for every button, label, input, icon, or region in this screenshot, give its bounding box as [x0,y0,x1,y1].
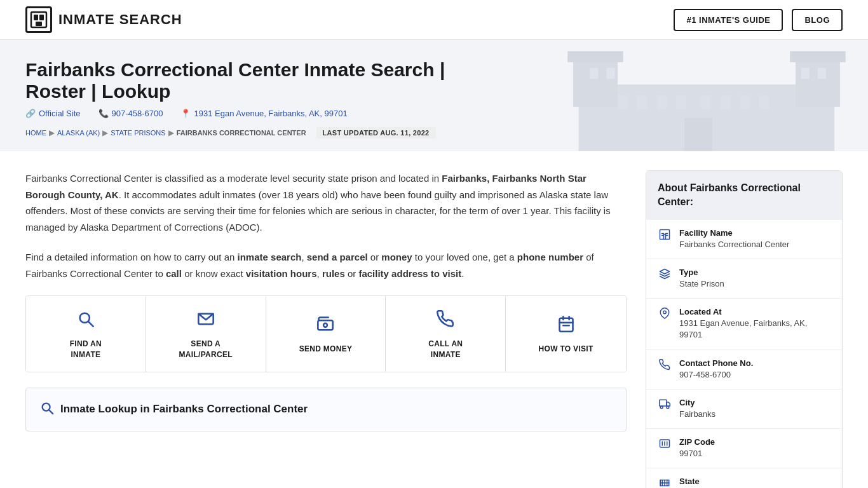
facility-name-content: Facility Name Fairbanks Correctional Cen… [679,228,831,250]
zip-value: 99701 [679,448,831,459]
right-sidebar: About Fairbanks CorrectionalCenter: Faci… [646,170,843,488]
type-row: Type State Prison [646,259,842,299]
facility-name-row: Facility Name Fairbanks Correctional Cen… [646,220,842,259]
svg-marker-37 [667,402,670,406]
find-inmate-label: FIND ANINMATE [70,339,102,360]
lookup-search-icon [40,401,54,418]
site-title: INMATE SEARCH [58,11,182,28]
logo-area: INMATE SEARCH [25,6,182,33]
blog-button[interactable]: BLOG [792,9,843,31]
phone-content: Contact Phone No. 907-458-6700 [679,358,831,381]
phone-meta: 📞 907-458-6700 [98,109,163,118]
call-inmate-label: CALL ANINMATE [428,339,463,360]
state-label: State [679,477,831,486]
building-icon [658,229,672,243]
facility-name-label: Facility Name [679,228,831,238]
search-icon [77,310,95,332]
official-site-link[interactable]: 🔗 Official Site [25,109,81,118]
inmates-guide-button[interactable]: #1 INMATE'S GUIDE [674,9,783,31]
site-header: INMATE SEARCH #1 INMATE'S GUIDE BLOG [0,0,868,40]
state-row: State Alaska (AK) [646,468,842,488]
how-to-visit-label: HOW TO VISIT [539,344,593,355]
find-inmate-card[interactable]: FIND ANINMATE [26,296,146,372]
action-cards: FIND ANINMATE SEND AMAIL/PARCEL [25,295,627,372]
city-icon [658,398,672,413]
page-title: Fairbanks Correctional Center Inmate Sea… [25,59,470,102]
type-label: Type [679,268,831,277]
breadcrumb-current: FAIRBANKS CORRECTIONAL CENTER [177,129,306,137]
about-heading: About Fairbanks CorrectionalCenter: [658,182,801,207]
header-nav: #1 INMATE'S GUIDE BLOG [674,9,843,31]
city-content: City Fairbanks [679,398,831,420]
type-content: Type State Prison [679,268,831,290]
phone-label: Contact Phone No. [679,358,831,368]
send-mail-card[interactable]: SEND AMAIL/PARCEL [146,296,266,372]
svg-rect-36 [660,400,667,406]
facility-name-value: Fairbanks Correctional Center [679,239,831,250]
send-money-label: SEND MONEY [299,344,353,355]
type-value: State Prison [679,278,831,290]
svg-point-38 [660,406,663,409]
last-updated-badge: LAST UPDATED AUG. 11, 2022 [316,127,436,139]
facility-card-body: Facility Name Fairbanks Correctional Cen… [646,220,842,488]
state-icon [658,477,672,488]
svg-rect-25 [318,321,333,330]
description-paragraph-1: Fairbanks Correctional Center is classif… [25,170,627,235]
location-icon: 📍 [180,109,191,118]
breadcrumb-state[interactable]: ALASKA (AK) [57,129,100,137]
zip-label: ZIP Code [679,437,831,447]
money-icon [316,315,334,337]
location-pin-icon [658,308,672,322]
left-content: Fairbanks Correctional Center is classif… [25,170,627,488]
located-at-row: Located At 1931 Egan Avenue, Fairbanks, … [646,299,842,349]
facility-card: About Fairbanks CorrectionalCenter: Faci… [646,170,843,488]
description-paragraph-2: Find a detailed information on how to ca… [25,249,627,281]
link-icon: 🔗 [25,109,36,118]
breadcrumb: HOME ▶ ALASKA (AK) ▶ STATE PRISONS ▶ FAI… [25,127,843,139]
hero-section: Fairbanks Correctional Center Inmate Sea… [0,40,868,151]
call-inmate-card[interactable]: CALL ANINMATE [386,296,506,372]
svg-point-26 [324,323,328,327]
svg-line-23 [88,322,93,327]
how-to-visit-card[interactable]: HOW TO VISIT [506,296,626,372]
breadcrumb-category[interactable]: STATE PRISONS [111,129,165,137]
hero-content: Fairbanks Correctional Center Inmate Sea… [25,59,843,139]
phone-icon: 📞 [98,109,109,118]
address-meta: 📍 1931 Egan Avenue, Fairbanks, AK, 99701 [180,109,347,118]
city-value: Fairbanks [679,409,831,420]
breadcrumb-sep3: ▶ [168,128,174,137]
phone-icon [437,310,454,332]
zip-row: ZIP Code 99701 [646,429,842,468]
contact-phone-icon [658,359,672,374]
breadcrumb-sep1: ▶ [49,128,55,137]
type-icon [658,268,672,283]
svg-point-35 [663,311,667,314]
breadcrumb-sep2: ▶ [102,128,108,137]
state-content: State Alaska (AK) [679,477,831,488]
send-mail-label: SEND AMAIL/PARCEL [179,339,232,360]
svg-rect-3 [36,22,42,26]
lookup-heading: Inmate Lookup in Fairbanks Correctional … [40,401,612,418]
svg-line-33 [49,410,53,414]
phone-value: 907-458-6700 [679,369,831,381]
located-at-content: Located At 1931 Egan Avenue, Fairbanks, … [679,307,831,341]
zip-content: ZIP Code 99701 [679,437,831,459]
located-at-value: 1931 Egan Avenue, Fairbanks, AK, 99701 [679,318,831,341]
svg-point-39 [667,406,669,409]
svg-rect-1 [34,15,38,20]
phone-row: Contact Phone No. 907-458-6700 [646,350,842,390]
logo-icon [25,6,52,33]
mail-icon [197,310,215,332]
zip-icon [658,438,672,452]
breadcrumb-home[interactable]: HOME [25,129,46,137]
main-layout: Fairbanks Correctional Center is classif… [0,151,868,488]
hero-meta: 🔗 Official Site 📞 907-458-6700 📍 1931 Eg… [25,109,843,118]
city-label: City [679,398,831,407]
lookup-section: Inmate Lookup in Fairbanks Correctional … [25,388,627,431]
svg-rect-2 [39,15,44,20]
calendar-icon [557,315,575,337]
send-money-card[interactable]: SEND MONEY [266,296,386,372]
city-row: City Fairbanks [646,390,842,429]
facility-card-header: About Fairbanks CorrectionalCenter: [646,171,842,220]
located-at-label: Located At [679,307,831,316]
